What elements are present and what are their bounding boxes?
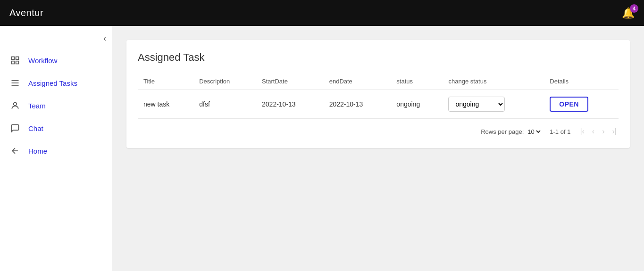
- rows-per-page-select[interactable]: 10 25 50: [526, 128, 542, 136]
- col-change-status: change status: [443, 73, 544, 90]
- page-info: 1-1 of 1: [550, 128, 570, 135]
- rows-per-page-area: Rows per page: 10 25 50: [481, 128, 542, 136]
- notification-bell[interactable]: 🔔 4: [622, 7, 635, 19]
- svg-rect-3: [16, 61, 19, 64]
- task-end-date: 2022-10-13: [324, 90, 391, 119]
- table-row: new task dfsf 2022-10-13 2022-10-13 ongo…: [138, 90, 619, 119]
- home-icon: [9, 146, 21, 156]
- change-status-select[interactable]: ongoing completed pending: [448, 97, 505, 112]
- sidebar-item-workflow[interactable]: Workflow: [0, 49, 112, 72]
- task-card: Assigned Task Title Description StartDat…: [126, 40, 630, 148]
- sidebar-label-team: Team: [28, 102, 46, 110]
- page-title: Assigned Task: [138, 51, 619, 64]
- assigned-tasks-icon: [9, 78, 21, 88]
- task-description: dfsf: [193, 90, 256, 119]
- sidebar-label-workflow: Workflow: [28, 57, 57, 65]
- last-page-button[interactable]: ›|: [611, 126, 619, 137]
- task-change-status-cell: ongoing completed pending: [443, 90, 544, 119]
- sidebar-label-assigned-tasks: Assigned Tasks: [28, 79, 77, 87]
- svg-rect-2: [12, 61, 15, 64]
- task-start-date: 2022-10-13: [256, 90, 324, 119]
- next-page-button[interactable]: ›: [600, 126, 606, 137]
- first-page-button[interactable]: |‹: [578, 126, 586, 137]
- collapse-button[interactable]: ‹: [103, 33, 106, 43]
- col-title: Title: [138, 73, 193, 90]
- svg-point-7: [14, 102, 17, 106]
- col-details: Details: [544, 73, 619, 90]
- svg-rect-0: [12, 57, 15, 60]
- svg-rect-1: [16, 57, 19, 60]
- sidebar-item-team[interactable]: Team: [0, 94, 112, 117]
- task-status: ongoing: [391, 90, 443, 119]
- sidebar-item-assigned-tasks[interactable]: Assigned Tasks: [0, 72, 112, 94]
- assigned-task-table: Title Description StartDate endDate stat…: [138, 73, 619, 119]
- sidebar-item-home[interactable]: Home: [0, 140, 112, 162]
- notification-badge: 4: [630, 4, 638, 13]
- main-content: Assigned Task Title Description StartDat…: [112, 26, 644, 271]
- sidebar-item-chat[interactable]: Chat: [0, 117, 112, 140]
- pagination: Rows per page: 10 25 50 1-1 of 1 |‹ ‹ › …: [138, 126, 619, 137]
- layout: ‹ Workflow Assigned Tasks: [0, 26, 644, 271]
- app-title: Aventur: [9, 8, 43, 18]
- chat-icon: [9, 123, 21, 133]
- workflow-icon: [9, 56, 21, 65]
- col-description: Description: [193, 73, 256, 90]
- col-enddate: endDate: [324, 73, 391, 90]
- col-status: status: [391, 73, 443, 90]
- team-icon: [9, 101, 21, 110]
- col-startdate: StartDate: [256, 73, 324, 90]
- task-title: new task: [138, 90, 193, 119]
- task-details-cell: OPEN: [544, 90, 619, 119]
- header-actions: 🔔 4: [622, 7, 635, 19]
- app-header: Aventur 🔔 4: [0, 0, 644, 26]
- sidebar: ‹ Workflow Assigned Tasks: [0, 26, 112, 271]
- prev-page-button[interactable]: ‹: [590, 126, 596, 137]
- rows-per-page-label: Rows per page:: [481, 128, 524, 135]
- sidebar-label-home: Home: [28, 147, 47, 155]
- sidebar-collapse-area: ‹: [0, 30, 112, 49]
- sidebar-label-chat: Chat: [28, 124, 43, 132]
- open-button[interactable]: OPEN: [550, 97, 588, 112]
